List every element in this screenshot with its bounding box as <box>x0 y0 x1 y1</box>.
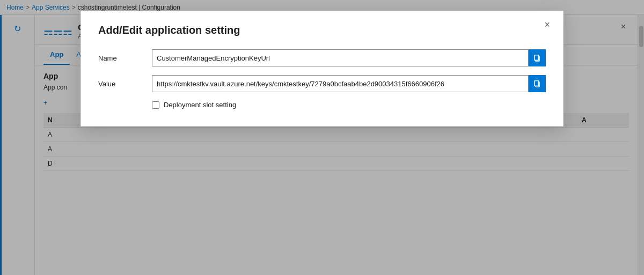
value-form-row: Value <box>98 75 546 92</box>
deployment-slot-checkbox[interactable] <box>152 101 159 109</box>
main-layout: ↻ ⚎⚎⚎ cshostingruntimetest | Configurati… <box>0 15 644 275</box>
modal-title: Add/Edit application setting <box>98 24 546 36</box>
name-form-row: Name <box>98 49 546 66</box>
value-label: Value <box>98 80 152 88</box>
name-label: Name <box>98 54 152 62</box>
name-input[interactable] <box>152 49 529 66</box>
value-input[interactable] <box>152 75 529 92</box>
deployment-slot-row: Deployment slot setting <box>152 101 546 109</box>
svg-rect-1 <box>535 55 539 61</box>
deployment-slot-label: Deployment slot setting <box>164 101 236 109</box>
value-input-wrapper <box>152 75 546 92</box>
modal-close-button[interactable]: × <box>540 18 554 32</box>
name-input-wrapper <box>152 49 546 66</box>
modal-dialog: × Add/Edit application setting Name <box>80 11 564 127</box>
value-copy-button[interactable] <box>529 75 546 92</box>
name-copy-button[interactable] <box>529 49 546 66</box>
svg-rect-4 <box>535 81 539 86</box>
modal-overlay: × Add/Edit application setting Name <box>0 0 644 275</box>
copy-icon <box>533 80 541 87</box>
copy-icon <box>533 54 541 62</box>
